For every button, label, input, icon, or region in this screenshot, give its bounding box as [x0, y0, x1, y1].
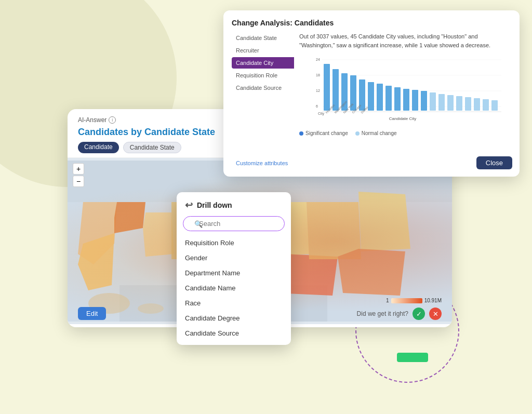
list-item-gender[interactable]: Gender — [177, 250, 291, 265]
svg-rect-31 — [368, 82, 374, 111]
list-item-candidate-name[interactable]: Candidate Name — [177, 281, 291, 296]
legend-normal-label: Normal change — [362, 130, 397, 136]
svg-rect-40 — [447, 95, 454, 111]
svg-rect-34 — [394, 87, 401, 111]
legend-max: 10.91M — [424, 298, 442, 303]
list-item-race[interactable]: Race — [177, 296, 291, 311]
svg-rect-42 — [465, 97, 471, 111]
legend-gradient — [391, 298, 422, 303]
legend-normal-dot — [355, 131, 360, 136]
legend-min: 1 — [386, 298, 389, 303]
ca-bar-chart: 24 18 12 6 City — [299, 54, 511, 126]
drill-search-container: 🔍 — [183, 216, 285, 231]
ca-sidebar-item-candidate-source[interactable]: Candidate Source — [232, 82, 294, 94]
svg-rect-43 — [474, 98, 480, 111]
svg-text:12: 12 — [316, 89, 320, 92]
ca-chart-area: 24 18 12 6 City — [299, 54, 511, 168]
feedback-row: Did we get it right? ✓ ✕ — [357, 308, 442, 320]
zoom-out-button[interactable]: − — [73, 176, 84, 187]
tag-candidate-state[interactable]: Candidate State — [123, 142, 181, 153]
bg-decoration-green-bar — [397, 353, 428, 362]
svg-rect-32 — [377, 84, 383, 111]
drill-down-list: Requisition Role Gender Department Name … — [177, 235, 291, 341]
svg-rect-36 — [412, 90, 418, 111]
svg-rect-39 — [438, 94, 445, 111]
ca-description: Out of 3037 values, 45 Candidate City va… — [299, 32, 511, 49]
svg-rect-35 — [403, 89, 409, 111]
ca-chart-legend: Significant change Normal change — [299, 130, 511, 136]
svg-marker-13 — [338, 249, 405, 296]
change-analysis-title: Change Analysis: Candidates — [232, 19, 511, 27]
legend-significant-label: Significant change — [305, 130, 348, 136]
tag-candidate[interactable]: Candidate — [78, 142, 119, 153]
svg-marker-11 — [307, 202, 361, 259]
svg-text:City: City — [318, 112, 325, 116]
map-zoom-controls: + − — [73, 163, 84, 187]
svg-rect-37 — [421, 91, 427, 111]
svg-rect-26 — [324, 64, 330, 111]
change-analysis-body: Candidate State Recruiter Candidate City… — [232, 32, 511, 168]
svg-text:24: 24 — [316, 58, 320, 61]
drill-search-wrap: 🔍 — [177, 216, 291, 235]
drill-down-header: ↩ Drill down — [177, 199, 291, 216]
list-item-candidate-source[interactable]: Candidate Source — [177, 326, 291, 341]
ai-answer-text: AI-Answer — [78, 116, 107, 124]
ca-sidebar-item-recruiter[interactable]: Recruiter — [232, 45, 294, 56]
drill-down-icon: ↩ — [185, 199, 193, 211]
drill-down-popup: ↩ Drill down 🔍 Requisition Role Gender D… — [177, 192, 291, 345]
svg-rect-38 — [430, 92, 436, 111]
svg-text:18: 18 — [316, 73, 320, 77]
list-item-requisition-role[interactable]: Requisition Role — [177, 235, 291, 250]
info-icon[interactable]: i — [109, 116, 116, 124]
svg-point-15 — [138, 303, 164, 314]
legend-significant: Significant change — [299, 130, 348, 136]
svg-text:6: 6 — [316, 104, 318, 108]
close-button[interactable]: Close — [476, 156, 512, 169]
map-legend: 1 10.91M — [386, 298, 442, 303]
svg-marker-6 — [143, 212, 174, 257]
ca-sidebar-item-candidate-state[interactable]: Candidate State — [232, 32, 294, 44]
ca-sidebar-item-candidate-city[interactable]: Candidate City — [232, 57, 294, 69]
change-analysis-card: Change Analysis: Candidates Candidate St… — [223, 10, 520, 177]
list-item-candidate-degree[interactable]: Candidate Degree — [177, 311, 291, 326]
svg-marker-12 — [358, 192, 410, 251]
ca-sidebar-item-requisition-role[interactable]: Requisition Role — [232, 70, 294, 81]
zoom-in-button[interactable]: + — [73, 163, 84, 175]
svg-rect-45 — [491, 100, 498, 111]
ca-sidebar: Candidate State Recruiter Candidate City… — [232, 32, 294, 168]
feedback-label: Did we get it right? — [357, 310, 408, 317]
ca-main: Out of 3037 values, 45 Candidate City va… — [299, 32, 511, 168]
customize-attributes-link[interactable]: Customize attributes — [232, 158, 294, 168]
edit-button[interactable]: Edit — [78, 307, 106, 320]
drill-search-input[interactable] — [183, 216, 285, 231]
svg-rect-33 — [385, 86, 392, 111]
legend-significant-dot — [299, 131, 303, 136]
svg-rect-44 — [483, 99, 489, 111]
feedback-check-button[interactable]: ✓ — [413, 308, 425, 320]
svg-text:Candidate City: Candidate City — [389, 116, 416, 121]
list-item-department-name[interactable]: Department Name — [177, 265, 291, 281]
svg-rect-41 — [456, 96, 462, 111]
legend-normal: Normal change — [355, 130, 397, 136]
feedback-x-button[interactable]: ✕ — [429, 308, 442, 320]
drill-down-title: Drill down — [197, 201, 232, 209]
